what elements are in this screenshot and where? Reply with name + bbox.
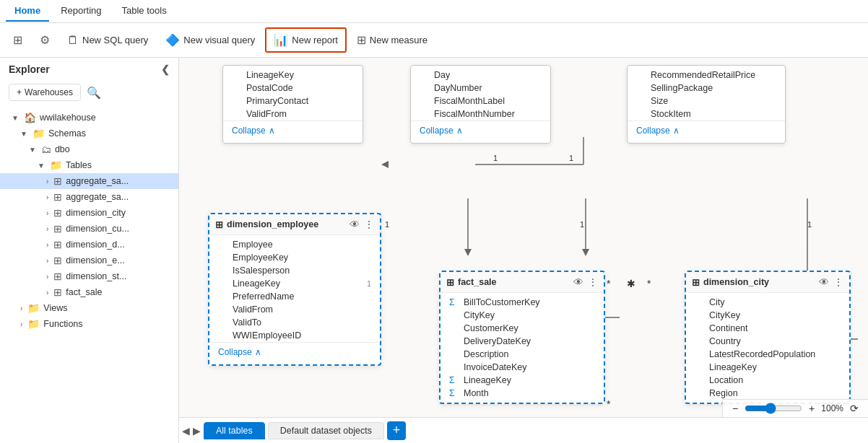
tab-reporting[interactable]: Reporting — [52, 1, 110, 22]
table-row: Region — [686, 387, 849, 400]
collapse-button-top-middle[interactable]: Collapse ∧ — [411, 120, 550, 140]
svg-text:1: 1 — [580, 220, 584, 229]
table-row: Description — [440, 348, 604, 361]
table-card-actions: 👁 ⋮ — [819, 276, 843, 288]
sidebar-item-wwilakehouse[interactable]: ▼ 🏠 wwilakehouse — [0, 110, 178, 126]
scroll-left-button[interactable]: ◀ — [182, 425, 190, 437]
toolbar-settings-button[interactable]: ⚙ — [32, 29, 57, 51]
zoom-level: 100% — [821, 403, 843, 413]
chevron-right-icon: › — [20, 304, 22, 312]
sidebar-item-schemas[interactable]: ▼ 📁 Schemas — [0, 126, 178, 141]
table-row: LatestRecordedPopulation — [686, 348, 849, 361]
sidebar-item-functions[interactable]: › 📁 Functions — [0, 316, 178, 332]
table-icon: ⊞ — [215, 219, 223, 230]
chevron-up-icon: ∧ — [255, 347, 261, 357]
sql-icon: 🗒 — [67, 34, 79, 47]
field-label: BillToCustomerKey — [464, 297, 540, 307]
sidebar-item-aggregate-sa-2[interactable]: › ⊞ aggregate_sa... — [0, 189, 178, 205]
collapse-sidebar-icon[interactable]: ❮ — [161, 63, 170, 75]
field-label: IsSalesperson — [233, 266, 290, 276]
more-icon[interactable]: ⋮ — [588, 276, 598, 288]
new-report-button[interactable]: 📊 New report — [265, 27, 347, 53]
add-warehouse-button[interactable]: + Warehouses — [9, 84, 81, 101]
preview-icon[interactable]: 👁 — [350, 219, 360, 230]
add-tab-button[interactable]: + — [387, 421, 406, 440]
tab-table-tools[interactable]: Table tools — [113, 1, 175, 22]
new-visual-query-button[interactable]: 🔷 New visual query — [158, 29, 262, 51]
collapse-button-employee[interactable]: Collapse ∧ — [209, 342, 380, 361]
sidebar-item-label: dimension_cu... — [66, 224, 129, 234]
table-title: ⊞ dimension_employee — [215, 219, 318, 230]
table-card-top-left: LineageKey PostalCode PrimaryContact Val… — [222, 65, 363, 144]
fit-view-button[interactable]: ⟳ — [848, 403, 861, 414]
table-row: Day — [411, 69, 550, 82]
field-label: Region — [709, 388, 738, 398]
table-row: CityKey — [686, 309, 849, 322]
sidebar-item-tables[interactable]: ▼ 📁 Tables — [0, 157, 178, 173]
table-row: LineageKey — [686, 361, 849, 374]
table-row: FiscalMonthNumber — [411, 108, 550, 120]
tab-default-dataset[interactable]: Default dataset objects — [268, 422, 384, 439]
sidebar: Explorer ❮ + Warehouses 🔍 ▼ 🏠 wwilakehou… — [0, 58, 179, 443]
table-icon: ⊞ — [53, 175, 62, 187]
more-icon[interactable]: ⋮ — [833, 276, 843, 288]
table-row: LineageKey — [223, 69, 363, 82]
scroll-right-button[interactable]: ▶ — [193, 425, 201, 437]
table-row: IsSalesperson — [209, 264, 380, 277]
field-label: LineageKey — [246, 70, 294, 80]
new-report-label: New report — [292, 35, 338, 45]
field-label: ValidFrom — [246, 109, 287, 119]
field-label: DayNumber — [434, 83, 482, 93]
preview-icon[interactable]: 👁 — [573, 276, 583, 288]
table-card-header: ⊞ dimension_city 👁 ⋮ — [686, 272, 849, 293]
preview-icon[interactable]: 👁 — [819, 276, 829, 288]
more-icon[interactable]: ⋮ — [364, 219, 374, 230]
search-button[interactable]: 🔍 — [87, 86, 101, 100]
collapse-button-top-left[interactable]: Collapse ∧ — [223, 120, 363, 140]
canvas-area: 1 1 1 1 1 1 1 — [179, 58, 868, 417]
table-row: InvoiceDateKey — [440, 361, 604, 374]
sidebar-item-dbo[interactable]: ▼ 🗂 dbo — [0, 141, 178, 157]
zoom-in-button[interactable]: + — [807, 403, 817, 414]
svg-text:1: 1 — [807, 220, 812, 229]
new-sql-query-button[interactable]: 🗒 New SQL query — [60, 30, 155, 51]
tab-home[interactable]: Home — [6, 1, 49, 22]
new-measure-button[interactable]: ⊞ New measure — [350, 29, 435, 51]
sidebar-item-dimension-d[interactable]: › ⊞ dimension_d... — [0, 237, 178, 253]
sidebar-item-dimension-st[interactable]: › ⊞ dimension_st... — [0, 268, 178, 284]
table-row: RecommendedRetailPrice — [628, 69, 785, 82]
sidebar-item-fact-sale[interactable]: › ⊞ fact_sale — [0, 284, 178, 300]
folder-icon: 📁 — [32, 128, 45, 139]
sidebar-item-dimension-city[interactable]: › ⊞ dimension_city — [0, 205, 178, 221]
zoom-slider[interactable] — [745, 403, 802, 414]
folder-icon: 📁 — [27, 302, 40, 314]
sidebar-item-label: aggregate_sa... — [66, 176, 129, 186]
table-row: StockItem — [628, 108, 785, 120]
tab-all-tables[interactable]: All tables — [204, 422, 265, 439]
collapse-label: Collapse — [218, 347, 252, 357]
chevron-right-icon: › — [46, 193, 48, 201]
sidebar-item-views[interactable]: › 📁 Views — [0, 300, 178, 316]
zoom-out-button[interactable]: − — [730, 403, 740, 414]
table-row: City — [686, 296, 849, 309]
sigma-icon: Σ — [449, 388, 459, 398]
sidebar-item-dimension-cu[interactable]: › ⊞ dimension_cu... — [0, 221, 178, 237]
field-label: Country — [709, 336, 741, 346]
collapse-button-top-right[interactable]: Collapse ∧ — [628, 120, 785, 140]
field-label: City — [709, 297, 725, 307]
table-title: ⊞ fact_sale — [446, 277, 497, 288]
table-card-top-middle: Day DayNumber FiscalMonthLabel FiscalMon… — [410, 65, 551, 144]
chevron-up-icon: ∧ — [269, 126, 275, 136]
toolbar-icon1-button[interactable]: ⊞ — [6, 29, 30, 51]
sidebar-item-label: dbo — [55, 144, 70, 154]
table-icon: ⊞ — [446, 277, 454, 288]
sidebar-item-aggregate-sa-1[interactable]: › ⊞ aggregate_sa... — [0, 173, 178, 189]
svg-text:*: * — [607, 278, 611, 289]
folder-icon: 📁 — [50, 159, 62, 171]
table-icon: ⊞ — [53, 271, 62, 282]
table-card-actions: 👁 ⋮ — [350, 219, 374, 230]
sidebar-item-dimension-e[interactable]: › ⊞ dimension_e... — [0, 253, 178, 268]
folder-icon: 📁 — [27, 318, 40, 330]
gear-icon: ⚙ — [40, 33, 50, 47]
svg-marker-15 — [464, 249, 472, 256]
